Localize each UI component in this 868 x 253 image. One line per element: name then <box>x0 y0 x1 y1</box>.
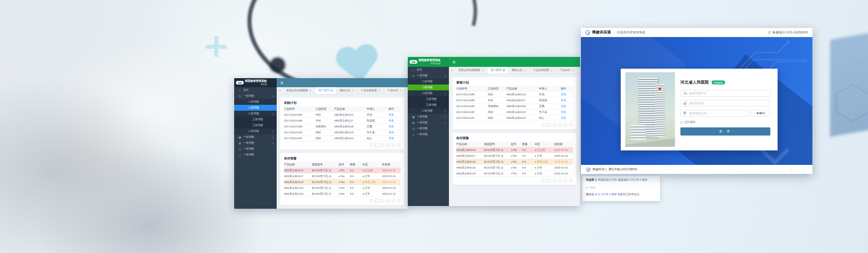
sidebar-item[interactable]: 一级导航 <box>234 93 277 99</box>
sidebar-item[interactable]: 二级导航 <box>408 108 449 114</box>
stock-table-row: ABS床头柜0118 BCS33型 5孔 右 o78o 8.0 即将过期 202… <box>284 179 401 185</box>
content-tab[interactable]: 资质证件效期预警 <box>455 67 487 74</box>
page-button[interactable] <box>563 123 567 127</box>
sidebar-item[interactable]: 一级导航 <box>408 73 449 79</box>
tab-circle-icon[interactable] <box>309 89 311 92</box>
page-button[interactable] <box>369 199 373 203</box>
tab-circle-icon[interactable] <box>572 69 574 71</box>
tab-circle-icon[interactable] <box>503 69 505 71</box>
page-button[interactable] <box>542 178 546 183</box>
sidebar-item[interactable]: 一级导航 <box>408 120 449 126</box>
sidebar-item[interactable]: 二级导航 <box>234 128 277 134</box>
sidebar-item[interactable]: 一级导航 <box>408 131 449 137</box>
page-button[interactable] <box>563 178 567 183</box>
hamburger-menu-icon[interactable]: ≡ <box>453 60 455 65</box>
username-input[interactable] <box>688 91 768 95</box>
remember-checkbox[interactable] <box>680 121 683 124</box>
content-tab[interactable]: 用户管理 <box>487 67 509 74</box>
sidebar-item[interactable]: 首页 <box>234 87 277 93</box>
page-button[interactable] <box>380 143 384 147</box>
view-link[interactable]: 查看 <box>561 116 573 120</box>
sidebar-item[interactable]: 二级导航 <box>234 99 277 105</box>
sidebar-item[interactable]: 一级导航 <box>234 140 277 146</box>
view-link[interactable]: 查看 <box>561 110 573 114</box>
page-button[interactable] <box>386 199 390 203</box>
hospital-badge[interactable]: 更换医院 <box>712 80 725 84</box>
sidebar-item[interactable]: 一级导航 <box>234 146 277 152</box>
page-button[interactable] <box>391 199 395 203</box>
view-link[interactable]: 查看 <box>561 93 573 97</box>
view-link[interactable]: 查看 <box>388 136 401 141</box>
sidebar-item[interactable]: 三级导航 <box>408 102 449 108</box>
content-tab[interactable]: 通知公告 <box>509 67 530 74</box>
sidebar-item[interactable]: 一级导航 <box>408 126 449 131</box>
sidebar-item[interactable]: 二级导航 <box>408 84 449 90</box>
sidebar-item[interactable]: 二级导航 <box>408 79 449 84</box>
plan-panel-title: 请领计划 <box>456 80 562 85</box>
page-button[interactable] <box>542 123 546 127</box>
footer-link[interactable] <box>801 168 807 171</box>
page-button[interactable] <box>547 178 551 183</box>
feed-link[interactable]: 风暴精英小分队 <box>598 178 617 181</box>
page-button[interactable] <box>396 199 401 203</box>
collapse-tabs-icon[interactable]: « <box>277 87 283 94</box>
sidebar-item[interactable]: 三级导航 <box>234 117 277 122</box>
page-button[interactable] <box>558 123 562 127</box>
content-tab[interactable]: 资质证件效期预警 <box>283 87 315 94</box>
captcha-challenge[interactable]: 6+8=? <box>751 110 770 117</box>
page-button[interactable] <box>552 178 557 183</box>
page-button[interactable] <box>386 143 390 147</box>
tab-circle-icon[interactable] <box>400 89 402 92</box>
page-button[interactable] <box>558 178 562 183</box>
password-input[interactable] <box>688 101 768 105</box>
tab-circle-icon[interactable] <box>481 69 484 71</box>
sidebar-item[interactable]: 三级导航 <box>234 122 277 128</box>
tab-circle-icon[interactable] <box>524 69 526 71</box>
content-tab[interactable]: 产品分类设置 <box>530 67 557 74</box>
content-tab[interactable]: 产品分类设置 <box>358 87 384 94</box>
page-button[interactable] <box>552 123 557 127</box>
sidebar-item[interactable]: 一级导航 <box>234 134 277 140</box>
page-button[interactable] <box>391 143 395 147</box>
page-button[interactable] <box>375 199 379 203</box>
tab-circle-icon[interactable] <box>378 89 381 92</box>
sidebar-item[interactable]: 首页 <box>408 67 449 73</box>
view-link[interactable]: 查看 <box>561 104 573 108</box>
page-button[interactable] <box>569 178 573 183</box>
sidebar-item[interactable]: 二级导航 <box>408 90 449 96</box>
view-link[interactable]: 查看 <box>388 131 401 135</box>
content-tab[interactable]: 产品出库 <box>384 87 406 94</box>
collapse-tabs-icon[interactable]: « <box>449 67 455 74</box>
sidebar-item[interactable]: 二级导航 <box>234 111 277 117</box>
tab-circle-icon[interactable] <box>352 89 354 92</box>
page-button[interactable] <box>375 143 379 147</box>
feed-link[interactable]: 5 月日常小需求 <box>598 193 617 196</box>
view-link[interactable]: 查看 <box>388 119 401 123</box>
hamburger-menu-icon[interactable]: ≡ <box>280 80 283 85</box>
page-button[interactable] <box>396 143 401 147</box>
sidebar-item[interactable]: 三级导航 <box>408 96 449 102</box>
page-button[interactable] <box>369 143 373 147</box>
content-tab[interactable]: 用户管理 <box>315 87 336 94</box>
captcha-input[interactable] <box>688 111 746 115</box>
tab-circle-icon[interactable] <box>551 69 553 71</box>
login-button[interactable]: 登 录 <box>680 127 770 136</box>
view-link[interactable]: 查看 <box>561 98 573 103</box>
sidebar-item[interactable]: 一级导航 <box>234 152 277 158</box>
page-button[interactable] <box>380 199 384 203</box>
footer-link[interactable] <box>794 168 801 171</box>
content-tab[interactable]: 产品出库 <box>557 67 578 74</box>
sidebar-item-icon <box>412 121 415 124</box>
sidebar-item[interactable]: 二级导航 <box>234 105 277 111</box>
sidebar-item[interactable]: 一级导航 <box>408 114 449 120</box>
view-link[interactable]: 查看 <box>388 125 401 129</box>
stock-table-body: ABS床头柜0116 BCS33型 5孔 右 o78o 8.0 已过期 2023… <box>456 147 573 177</box>
footer-link[interactable] <box>788 168 795 171</box>
feed-link[interactable]: 5月日常小需求 <box>630 178 647 181</box>
tab-circle-icon[interactable] <box>330 89 333 92</box>
page-button[interactable] <box>569 123 573 127</box>
red-cross-sign <box>659 88 661 90</box>
view-link[interactable]: 查看 <box>388 113 401 117</box>
content-tab[interactable]: 通知公告 <box>336 87 358 94</box>
page-button[interactable] <box>547 123 551 127</box>
